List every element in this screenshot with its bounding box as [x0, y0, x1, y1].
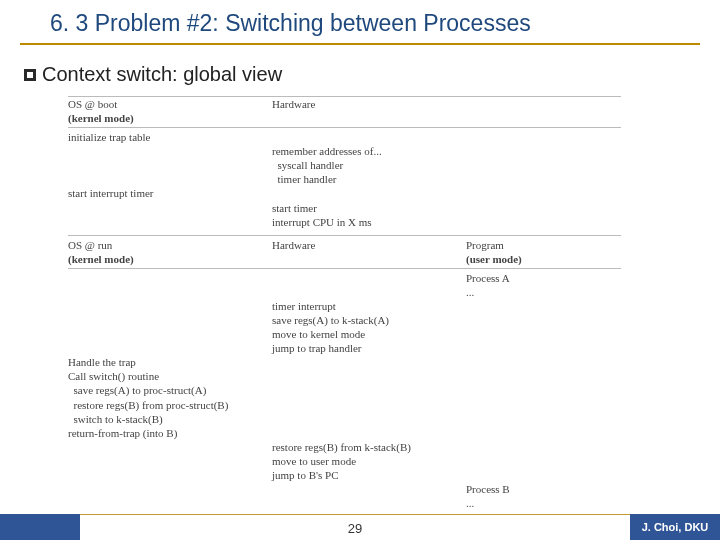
- sec1-col1-header: OS @ boot (kernel mode): [68, 97, 268, 125]
- sec1-r3c1: start interrupt timer: [68, 186, 268, 200]
- sec1-r3c2: start timer interrupt CPU in X ms: [272, 201, 462, 229]
- bullet-icon: [24, 69, 36, 81]
- sec2-r4c2: restore regs(B) from k-stack(B) move to …: [272, 440, 462, 482]
- footer-left-accent: [0, 514, 80, 540]
- slide-title: 6. 3 Problem #2: Switching between Proce…: [20, 10, 700, 45]
- sec2-col2-header: Hardware: [272, 238, 462, 266]
- footer-right-accent: J. Choi, DKU: [630, 514, 720, 540]
- footer: 29 J. Choi, DKU: [0, 514, 720, 540]
- sec1-col2-header: Hardware: [272, 97, 462, 125]
- sec1-h1: OS @ boot: [68, 98, 117, 110]
- sec2-h1: OS @ run: [68, 239, 112, 251]
- sec2-h1b: (kernel mode): [68, 253, 134, 265]
- sec2-col3-header: Program (user mode): [466, 238, 606, 266]
- sec1-h1b: (kernel mode): [68, 112, 134, 124]
- slide: 6. 3 Problem #2: Switching between Proce…: [0, 0, 720, 540]
- sec2-h3b: (user mode): [466, 253, 522, 265]
- sec2-col1-header: OS @ run (kernel mode): [68, 238, 268, 266]
- sec2-r5c3: Process B ...: [466, 482, 606, 510]
- sec1-r1c1: initialize trap table: [68, 130, 268, 144]
- sec1-r2c2: remember addresses of... syscall handler…: [272, 144, 462, 186]
- sec2-h3: Program: [466, 239, 504, 251]
- page-number: 29: [348, 520, 362, 535]
- sec2-r1c3: Process A ...: [466, 271, 606, 299]
- sec2-r3c1: Handle the trap Call switch() routine sa…: [68, 355, 268, 439]
- sec2-r2c2: timer interrupt save regs(A) to k-stack(…: [272, 299, 462, 355]
- bullet-item: Context switch: global view: [20, 63, 700, 86]
- footer-mid: 29: [80, 514, 630, 540]
- bullet-text: Context switch: global view: [42, 63, 282, 86]
- author-label: J. Choi, DKU: [642, 521, 709, 533]
- protocol-table: OS @ boot (kernel mode) Hardware initial…: [68, 96, 644, 540]
